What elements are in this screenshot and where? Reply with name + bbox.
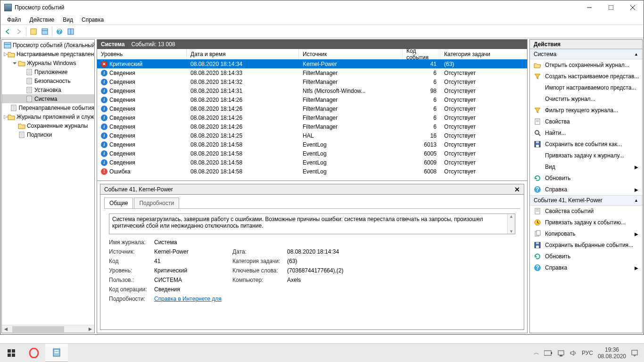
level-icon — [101, 79, 107, 85]
event-row[interactable]: Сведения08.08.2020 18:14:26FilterManager… — [97, 95, 527, 104]
tray-clock[interactable]: 19:36 08.08.2020 — [598, 346, 626, 360]
action-item[interactable]: Сохранить все события как... — [530, 139, 642, 150]
action-item[interactable]: Найти... — [530, 127, 642, 139]
action-icon — [534, 107, 541, 114]
tree-node-root[interactable]: Просмотр событий (Локальный) — [2, 41, 94, 49]
event-row[interactable]: Сведения08.08.2020 18:14:26FilterManager… — [97, 113, 527, 122]
action-item[interactable]: Очистить журнал... — [530, 93, 642, 105]
col-level[interactable]: Уровень — [97, 49, 187, 59]
toolbar-icon[interactable] — [66, 26, 76, 37]
tree-node-setup[interactable]: Установка — [2, 85, 94, 94]
col-source[interactable]: Источник — [299, 49, 403, 59]
level-icon — [101, 97, 107, 103]
event-row[interactable]: Сведения08.08.2020 18:14:58EventLog6009О… — [97, 158, 527, 167]
svg-rect-65 — [55, 352, 58, 353]
titlebar: Просмотр событий — [0, 0, 644, 15]
tree-pane: Просмотр событий (Локальный)▷Настраиваем… — [1, 39, 95, 333]
forward-button[interactable] — [14, 26, 24, 37]
tree-node-winlogs[interactable]: ⏷Журналы Windows — [2, 58, 94, 67]
taskbar-app-opera[interactable] — [23, 344, 45, 362]
svg-rect-58 — [8, 349, 11, 353]
tree-node-custom[interactable]: ▷Настраиваемые представления — [2, 49, 94, 58]
toolbar: ? — [0, 25, 644, 38]
menu-action[interactable]: Действие — [26, 16, 58, 24]
minimize-button[interactable] — [578, 0, 600, 15]
desc-scrollbar[interactable]: ▲▼ — [507, 214, 515, 234]
toolbar-icon[interactable] — [28, 26, 39, 37]
tab-details[interactable]: Подробности — [134, 197, 179, 208]
action-item[interactable]: Обновить — [530, 251, 642, 262]
menu-file[interactable]: Файл — [3, 16, 25, 24]
menu-help[interactable]: Справка — [78, 16, 107, 24]
action-item[interactable]: Открыть сохраненный журнал... — [530, 59, 642, 71]
action-item[interactable]: ?Справка▶ — [530, 184, 642, 195]
col-id[interactable]: Код события — [403, 49, 440, 59]
maximize-button[interactable] — [600, 0, 622, 15]
svg-rect-61 — [12, 354, 15, 357]
event-row[interactable]: Сведения08.08.2020 18:14:31Ntfs (Microso… — [97, 86, 527, 95]
action-icon — [534, 152, 541, 159]
tree-node-sec[interactable]: Безопасность — [2, 76, 94, 85]
tree-scrollbar[interactable]: ◄► — [2, 325, 94, 333]
tree-node-system[interactable]: Система — [2, 94, 94, 103]
column-header: Уровень Дата и время Источник Код событи… — [97, 49, 527, 59]
action-item[interactable]: Привязать задачу к журналу... — [530, 150, 642, 161]
tray-network-icon[interactable] — [557, 350, 565, 356]
action-item[interactable]: Свойства — [530, 116, 642, 127]
start-button[interactable] — [0, 344, 23, 362]
toolbar-icon[interactable] — [40, 26, 50, 37]
event-list[interactable]: Критический08.08.2020 18:14:34Kernel-Pow… — [97, 59, 527, 181]
tray-language[interactable]: РУС — [582, 350, 593, 356]
help-icon[interactable]: ? — [54, 26, 65, 37]
event-row[interactable]: Сведения08.08.2020 18:14:25HAL16Отсутств… — [97, 131, 527, 140]
tree-node-subs[interactable]: Подписки — [2, 130, 94, 139]
action-item[interactable]: Вид▶ — [530, 161, 642, 173]
col-category[interactable]: Категория задачи — [440, 49, 527, 59]
svg-rect-66 — [544, 351, 551, 355]
event-row[interactable]: Сведения08.08.2020 18:14:58EventLog6005О… — [97, 149, 527, 158]
event-row[interactable]: Критический08.08.2020 18:14:34Kernel-Pow… — [97, 59, 527, 68]
event-count: Событий: 13 008 — [132, 41, 175, 48]
svg-line-41 — [538, 134, 540, 136]
tree-node-app[interactable]: Приложение — [2, 67, 94, 76]
action-item[interactable]: Привязать задачу к событию... — [530, 217, 642, 228]
action-item[interactable]: Копировать▶ — [530, 228, 642, 239]
tray-chevron-icon[interactable]: ︿ — [534, 349, 539, 357]
action-item[interactable]: Импорт настраиваемого предста... — [530, 82, 642, 93]
action-item[interactable]: Создать настраиваемое представ... — [530, 71, 642, 82]
tray-volume-icon[interactable] — [570, 350, 577, 356]
event-row[interactable]: Сведения08.08.2020 18:14:58EventLog6013О… — [97, 140, 527, 149]
action-icon — [534, 73, 541, 80]
tree-node-applogs[interactable]: ▷Журналы приложений и служб — [2, 112, 94, 121]
action-item[interactable]: Обновить — [530, 173, 642, 184]
event-row[interactable]: Сведения08.08.2020 18:14:32FilterManager… — [97, 77, 527, 86]
action-icon — [534, 163, 541, 171]
svg-rect-64 — [55, 350, 58, 351]
online-help-link[interactable]: Справка в Интернете для — [154, 296, 222, 302]
event-row[interactable]: Сведения08.08.2020 18:14:26FilterManager… — [97, 122, 527, 131]
actions-section[interactable]: Событие 41, Kernel-Power▲ — [530, 195, 642, 206]
tray-notifications-icon[interactable] — [631, 349, 638, 357]
action-item[interactable]: ?Справка▶ — [530, 262, 642, 273]
close-button[interactable] — [622, 0, 644, 15]
back-button[interactable] — [2, 26, 13, 37]
event-row[interactable]: Сведения08.08.2020 18:14:33FilterManager… — [97, 68, 527, 77]
actions-section[interactable]: Система▲ — [530, 49, 642, 59]
col-date[interactable]: Дата и время — [187, 49, 299, 59]
window-title: Просмотр событий — [15, 4, 578, 11]
actions-header: Действия — [530, 40, 642, 49]
taskbar-app-eventviewer[interactable] — [45, 344, 68, 362]
svg-rect-70 — [632, 350, 637, 355]
detail-close-icon[interactable]: ✕ — [514, 186, 520, 193]
event-row[interactable]: Ошибка08.08.2020 18:14:58EventLog6008Отс… — [97, 167, 527, 176]
tree-node-saved[interactable]: Сохраненные журналы — [2, 121, 94, 130]
action-item[interactable]: Фильтр текущего журнала... — [530, 105, 642, 116]
list-header: Система Событий: 13 008 — [97, 40, 527, 49]
action-item[interactable]: Свойства событий — [530, 206, 642, 217]
action-item[interactable]: Сохранить выбранные события... — [530, 239, 642, 251]
tree-node-fwd[interactable]: Перенаправленные события — [2, 103, 94, 112]
tab-general[interactable]: Общие — [104, 197, 133, 208]
menu-view[interactable]: Вид — [59, 16, 77, 24]
tray-battery-icon[interactable] — [544, 350, 553, 356]
event-row[interactable]: Сведения08.08.2020 18:14:26FilterManager… — [97, 104, 527, 113]
